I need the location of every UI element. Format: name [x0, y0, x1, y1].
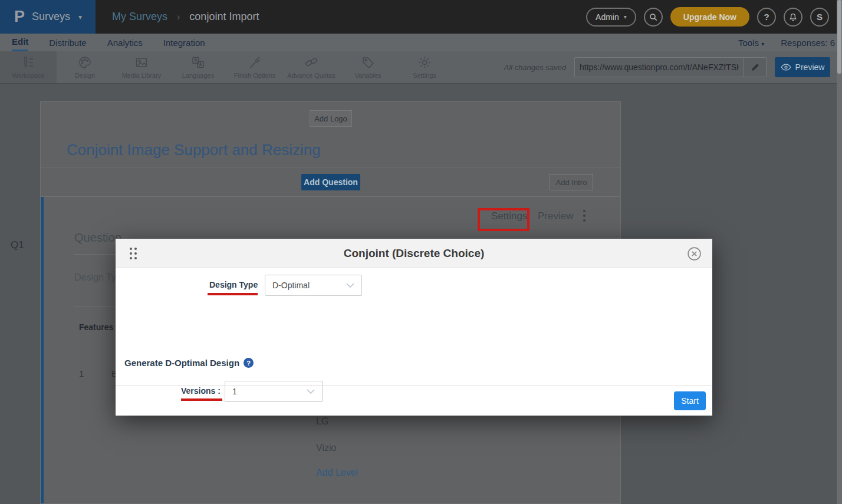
question-text-label: Question — [74, 231, 121, 245]
search-button[interactable] — [644, 8, 663, 27]
toolbar-item-variables[interactable]: Variables — [340, 51, 396, 83]
responses-count[interactable]: Responses: 6 — [781, 38, 835, 48]
kebab-menu-icon[interactable] — [583, 210, 586, 222]
search-icon — [649, 12, 658, 22]
toolbar-item-advance-quotas[interactable]: Advance Quotas — [283, 51, 340, 83]
topbar-actions: Admin ▾ Upgrade Now ? S — [586, 0, 829, 34]
help-circle-icon[interactable]: ? — [244, 358, 254, 368]
questionpro-logo: P — [14, 8, 25, 26]
toolbar-item-languages[interactable]: Languages — [170, 51, 226, 83]
toolbar-label: Finish Options — [234, 72, 275, 79]
add-question-button[interactable]: Add Question — [301, 174, 360, 190]
question-preview-link[interactable]: Preview — [538, 210, 573, 222]
chevron-down-icon — [346, 283, 354, 288]
modal-title: Conjoint (Discrete Choice) — [116, 239, 712, 268]
toolbar-item-workspace[interactable]: Workspace — [0, 51, 57, 83]
toolbar-item-media-library[interactable]: Media Library — [113, 51, 170, 83]
variables-icon — [361, 55, 375, 70]
workspace-icon — [21, 55, 35, 70]
generate-design-text: Generate D-Optimal Design — [124, 358, 239, 368]
question-id: Q1 — [11, 239, 24, 251]
generate-design-heading: Generate D-Optimal Design ? — [124, 358, 254, 368]
upgrade-now-button[interactable]: Upgrade Now — [670, 7, 749, 27]
avatar[interactable]: S — [810, 8, 829, 27]
drag-handle-icon[interactable] — [130, 248, 137, 259]
tab-distribute[interactable]: Distribute — [49, 34, 86, 51]
close-button[interactable] — [687, 246, 702, 261]
media-library-icon — [134, 55, 149, 70]
design-type-label: Design Type — [209, 280, 258, 289]
feature-index: 1 — [79, 368, 84, 378]
breadcrumb-my-surveys[interactable]: My Surveys — [112, 11, 167, 23]
annotation-underline-versions — [181, 398, 222, 401]
share-url-input[interactable] — [575, 58, 744, 77]
scrollbar-thumb[interactable] — [837, 0, 841, 74]
help-button[interactable]: ? — [757, 8, 776, 27]
toolbar-label: Advance Quotas — [287, 72, 335, 79]
level-item[interactable]: Vizio — [316, 443, 336, 453]
tools-dropdown[interactable]: Tools ▾ — [738, 38, 764, 48]
survey-action-row: Add Question Add Intro — [41, 167, 620, 197]
finish-options-icon — [248, 55, 262, 70]
caret-down-icon: ▾ — [624, 14, 627, 20]
toolbar-items: Workspace Design Media Library Languages — [0, 51, 453, 83]
survey-header: Add Logo Conjoint Image Support and Resi… — [41, 102, 620, 167]
annotation-underline-design-type — [208, 293, 258, 295]
bell-icon — [788, 12, 798, 22]
share-url-box — [574, 57, 767, 77]
settings-icon — [417, 55, 432, 70]
toolbar-item-design[interactable]: Design — [57, 51, 113, 83]
toolbar-label: Settings — [413, 72, 436, 79]
close-icon — [687, 246, 702, 261]
eye-icon — [781, 63, 791, 71]
avatar-initial: S — [817, 12, 823, 22]
caret-down-icon: ▾ — [78, 13, 82, 21]
preview-label: Preview — [795, 62, 825, 72]
modal-body: Design Type D-Optimal Generate D-Optimal… — [116, 268, 712, 385]
tools-label: Tools — [738, 38, 759, 48]
add-intro-button[interactable]: Add Intro — [550, 174, 593, 190]
notifications-button[interactable] — [784, 8, 802, 27]
toolbar-label: Design — [75, 72, 95, 79]
add-logo-button[interactable]: Add Logo — [310, 110, 352, 127]
pencil-icon — [751, 62, 760, 72]
toolbar-label: Media Library — [122, 72, 162, 79]
question-mark-icon: ? — [764, 12, 769, 22]
caret-down-icon: ▾ — [761, 41, 764, 47]
nav-right: Tools ▾ Responses: 6 — [738, 34, 837, 51]
breadcrumb-current-page: conjoint Import — [189, 11, 259, 23]
nav-tabs: Edit Distribute Analytics Integration — [12, 34, 205, 51]
survey-toolbar: Workspace Design Media Library Languages — [0, 51, 842, 84]
product-name: Surveys — [32, 11, 70, 23]
toolbar-item-finish-options[interactable]: Finish Options — [226, 51, 283, 83]
toolbar-label: Languages — [182, 72, 214, 79]
start-button[interactable]: Start — [674, 391, 706, 410]
save-status: All changes saved — [504, 63, 566, 72]
languages-icon — [191, 55, 205, 70]
tab-edit[interactable]: Edit — [12, 34, 28, 51]
tab-integration[interactable]: Integration — [163, 34, 205, 51]
nav-tab-bar: Edit Distribute Analytics Integration To… — [0, 34, 842, 51]
toolbar-item-settings[interactable]: Settings — [396, 51, 453, 83]
toolbar-label: Workspace — [12, 72, 45, 79]
admin-dropdown[interactable]: Admin ▾ — [586, 8, 636, 27]
advance-quotas-icon — [304, 55, 318, 70]
admin-label: Admin — [596, 12, 619, 22]
add-level-link[interactable]: Add Level — [316, 467, 358, 478]
breadcrumb: My Surveys › conjoint Import — [112, 0, 259, 34]
level-item[interactable]: LG — [316, 416, 328, 427]
toolbar-right: All changes saved Preview — [504, 51, 830, 83]
design-type-dropdown[interactable]: D-Optimal — [265, 275, 362, 296]
design-type-value: D-Optimal — [272, 281, 310, 290]
edit-url-button[interactable] — [744, 58, 766, 77]
conjoint-settings-modal: Conjoint (Discrete Choice) Design Type D… — [116, 239, 712, 416]
top-bar: P Surveys ▾ My Surveys › conjoint Import… — [0, 0, 842, 34]
tab-analytics[interactable]: Analytics — [107, 34, 143, 51]
features-header: Features — [79, 322, 113, 332]
toolbar-label: Variables — [354, 72, 381, 79]
survey-title[interactable]: Conjoint Image Support and Resizing — [67, 141, 321, 159]
page-scrollbar[interactable] — [837, 0, 842, 504]
brand-surveys-menu[interactable]: P Surveys ▾ — [0, 0, 96, 34]
design-icon — [78, 55, 92, 70]
preview-button[interactable]: Preview — [775, 57, 830, 77]
